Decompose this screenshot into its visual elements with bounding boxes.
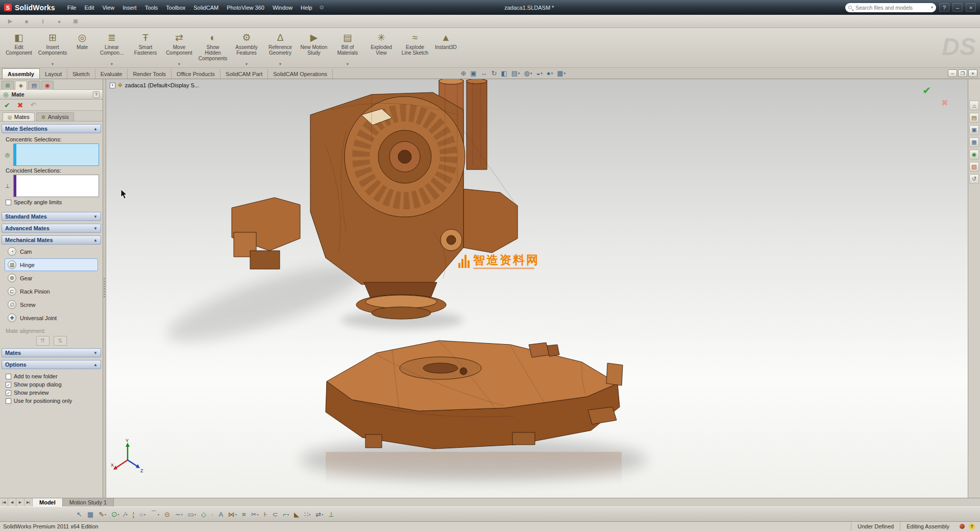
menu-item[interactable]: Edit <box>81 3 99 12</box>
command-tab[interactable]: Office Products <box>172 69 220 79</box>
menu-item[interactable]: Insert <box>118 3 141 12</box>
menu-item[interactable]: PhotoView 360 <box>223 3 268 12</box>
point-icon[interactable]: · <box>211 511 213 518</box>
expand-icon[interactable]: + <box>110 83 115 88</box>
confirm-cancel-icon[interactable]: ✖ <box>941 98 948 108</box>
option-checkbox[interactable] <box>6 374 11 379</box>
universal-joint-mate-button[interactable]: ✚ Universal Joint <box>5 311 98 324</box>
dropdown-arrow-icon[interactable]: ▾ <box>181 513 183 516</box>
mirror-entities-icon[interactable]: ⋈ ▾ <box>228 511 237 518</box>
dropdown-arrow-icon[interactable]: ▾ <box>144 513 145 516</box>
select-icon[interactable]: ↖ <box>77 511 82 518</box>
model-lower-part[interactable] <box>326 341 623 485</box>
solidworks-resources-icon[interactable]: ⌂ <box>969 101 979 110</box>
feature-tree-root-label[interactable]: zadaca1 (Default<Display S... <box>125 82 199 88</box>
insert-components-button[interactable]: ⊞ Insert Components ▼ <box>36 30 69 67</box>
dropdown-arrow-icon[interactable]: ▾ <box>530 71 532 76</box>
polygon-icon[interactable]: ◇ <box>201 511 206 518</box>
rack-pinion-mate-button[interactable]: ⊏ Rack Pinion <box>5 285 98 298</box>
section-header-options[interactable]: Options <box>2 360 101 369</box>
new-motion-study-button[interactable]: ▶ New Motion Study <box>297 30 331 67</box>
graphics-area[interactable]: + ❖ zadaca1 (Default<Display S... ✔ ✖ 智造… <box>106 79 968 498</box>
command-tab[interactable]: Sketch <box>67 69 95 79</box>
mate-button[interactable]: ◎ Mate <box>69 30 95 67</box>
smart-fasteners-button[interactable]: Ŧ Smart Fasteners <box>129 30 162 67</box>
record-icon[interactable]: ● <box>54 18 64 25</box>
section-header-standard-mates[interactable]: Standard Mates <box>2 212 101 221</box>
line-icon[interactable]: ∕ ▾ <box>124 511 127 518</box>
move-component-button[interactable]: ⇄ Move Component ▼ <box>162 30 196 67</box>
section-header-mechanical-mates[interactable]: Mechanical Mates <box>2 235 101 245</box>
sheet-tab[interactable]: Motion Study 1 <box>63 498 114 506</box>
cam-mate-button[interactable]: ◔ Cam <box>5 245 98 258</box>
featuremanager-tab[interactable]: ⊞ <box>2 81 14 90</box>
design-library-icon[interactable]: ▤ <box>969 113 979 123</box>
quick-tips-icon[interactable]: ? <box>969 523 975 529</box>
offset-entities-icon[interactable]: ≡ <box>242 511 246 518</box>
centerline-icon[interactable]: ¦ <box>133 511 134 518</box>
section-view-icon[interactable]: ◧ <box>501 69 507 77</box>
next-sheet-icon[interactable]: ▶ <box>16 498 24 506</box>
dropdown-arrow-icon[interactable]: ▼ <box>178 62 181 66</box>
menu-item[interactable]: Tools <box>141 3 162 12</box>
pause-icon[interactable]: ‖ <box>38 18 48 25</box>
gear-mate-button[interactable]: ⚙ Gear <box>5 272 98 284</box>
dropdown-arrow-icon[interactable]: ▼ <box>245 62 249 66</box>
display-relations-icon[interactable]: ⊥ <box>328 511 334 518</box>
text-icon[interactable]: A <box>218 511 223 518</box>
menu-item[interactable]: Help <box>297 3 316 12</box>
model-3d[interactable] <box>106 79 968 498</box>
dropdown-arrow-icon[interactable]: ▾ <box>322 513 323 516</box>
view-orientation-icon[interactable]: ▤ ▾ <box>511 69 520 77</box>
menu-pin-icon[interactable]: ⊙ <box>316 5 327 10</box>
propertymanager-tab[interactable]: ◈ <box>15 81 27 90</box>
bill-of-materials-button[interactable]: ▤ Bill of Materials ▼ <box>331 30 364 67</box>
menu-item[interactable]: Toolbox <box>162 3 189 12</box>
screenshot-icon[interactable]: ▣ <box>70 18 81 25</box>
feature-tree-flyout[interactable]: + ❖ zadaca1 (Default<Display S... <box>110 82 199 89</box>
prev-sheet-icon[interactable]: ◀ <box>8 498 16 506</box>
view-palette-icon[interactable]: ▦ <box>969 137 979 147</box>
exploded-view-button[interactable]: ✳ Exploded View <box>364 30 398 67</box>
splitter-grip[interactable] <box>104 278 105 299</box>
search-box[interactable]: ▾ <box>845 3 936 12</box>
document-recovery-icon[interactable]: ↺ <box>969 174 979 184</box>
hinge-mate-button[interactable]: ▥ Hinge <box>5 258 98 271</box>
command-tab[interactable]: SolidCAM Part <box>220 69 268 79</box>
menu-item[interactable]: Window <box>268 3 297 12</box>
option-checkbox[interactable] <box>6 398 11 404</box>
configurationmanager-tab[interactable]: ▤ <box>28 81 40 90</box>
dropdown-arrow-icon[interactable]: ▾ <box>194 513 196 516</box>
chamfer-icon[interactable]: ◣ <box>294 511 299 518</box>
fillet-icon[interactable]: ⌐ ▾ <box>283 511 289 518</box>
minimize-button[interactable]: – <box>952 3 963 12</box>
sheet-tab[interactable]: Model <box>33 498 63 506</box>
command-tab[interactable]: Render Tools <box>128 69 172 79</box>
appearances-icon[interactable]: ◉ <box>969 150 979 159</box>
edit-component-button[interactable]: ◧ Edit Component <box>2 30 36 67</box>
trim-entities-icon[interactable]: ✂ ▾ <box>251 511 259 518</box>
search-input[interactable] <box>854 4 928 11</box>
section-header-advanced-mates[interactable]: Advanced Mates <box>2 224 101 233</box>
option-checkbox[interactable] <box>6 382 11 388</box>
menu-item[interactable]: SolidCAM <box>189 3 223 12</box>
circle-icon[interactable]: ○ ▾ <box>139 511 145 518</box>
edit-appearance-icon[interactable]: ● ▾ <box>547 69 553 77</box>
dropdown-arrow-icon[interactable]: ▾ <box>126 513 128 516</box>
section-header-mates[interactable]: Mates <box>2 348 101 357</box>
dropdown-arrow-icon[interactable]: ▾ <box>564 71 566 76</box>
reference-geometry-button[interactable]: ∆ Reference Geometry ▼ <box>263 30 297 67</box>
close-button[interactable]: × <box>966 3 976 12</box>
confirm-ok-icon[interactable]: ✔ <box>922 84 931 96</box>
dropdown-arrow-icon[interactable]: ▾ <box>117 513 119 516</box>
play-icon[interactable]: ▶ <box>5 18 15 25</box>
arc-icon[interactable]: ⌒ ▾ <box>151 510 159 519</box>
dropdown-arrow-icon[interactable]: ▾ <box>309 513 310 516</box>
search-dropdown-icon[interactable]: ▾ <box>931 5 933 10</box>
cancel-button[interactable]: ✖ <box>17 101 23 109</box>
instant3d-button[interactable]: ▲ Instant3D <box>432 30 460 67</box>
file-explorer-icon[interactable]: ▣ <box>969 125 979 135</box>
menu-item[interactable]: View <box>98 3 118 12</box>
rectangle-icon[interactable]: ▭ ▾ <box>188 511 196 518</box>
dropdown-arrow-icon[interactable]: ▾ <box>551 71 553 76</box>
